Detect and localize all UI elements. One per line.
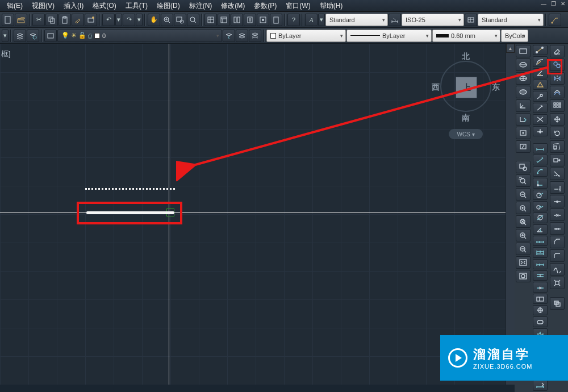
zoom-out-tool[interactable] [516, 243, 531, 255]
view-realistic-button[interactable] [516, 72, 531, 85]
menu-help[interactable]: 帮助(H) [315, 0, 348, 12]
break-point-tool[interactable] [550, 195, 565, 207]
viewcube-top-face[interactable]: 上 [456, 77, 477, 98]
layer-match-button[interactable] [249, 30, 261, 42]
multileader-style-button[interactable] [549, 14, 561, 26]
new-button[interactable] [2, 14, 14, 26]
rotate-tool[interactable] [550, 127, 565, 139]
zoom-in-tool[interactable] [516, 229, 531, 241]
tool-palettes-button[interactable] [231, 14, 243, 26]
zoom-scale-tool[interactable] [516, 188, 531, 201]
extend-tool[interactable] [550, 181, 565, 194]
area-tool[interactable] [533, 80, 548, 90]
properties-button[interactable] [204, 14, 217, 26]
vertical-scrollbar[interactable]: ▲ [506, 44, 515, 385]
scroll-up-button[interactable]: ▲ [506, 44, 515, 53]
layer-filter-button[interactable] [44, 30, 57, 42]
ucs-world-button[interactable] [516, 99, 531, 112]
layer-properties-button[interactable] [14, 30, 26, 42]
move-tool[interactable] [550, 113, 565, 126]
pan-button[interactable]: ✋ [148, 14, 160, 26]
trim-tool[interactable] [550, 168, 565, 180]
menu-format[interactable]: 格式(O) [88, 0, 120, 12]
volume-tool[interactable] [533, 91, 548, 101]
menu-draw[interactable]: 绘图(D) [152, 0, 185, 12]
menu-dimension[interactable]: 标注(N) [185, 0, 217, 12]
match-prop-button[interactable] [72, 14, 84, 26]
zoom-extents-tool[interactable] [516, 270, 531, 282]
dim-radius-tool[interactable] [533, 190, 548, 200]
window-close[interactable]: ✕ [559, 1, 567, 7]
undo-button[interactable]: ↶ [102, 14, 115, 26]
workspace-dropdown[interactable]: ▾ [2, 30, 9, 42]
zoom-realtime-button[interactable] [161, 14, 173, 26]
draworder-tool[interactable] [550, 297, 565, 310]
text-style-dropdown[interactable]: Standard [325, 14, 388, 26]
blend-tool[interactable] [550, 263, 565, 276]
scale-tool[interactable] [550, 140, 565, 153]
id-point-tool[interactable] [533, 126, 548, 136]
layer-isolate-button[interactable] [236, 30, 248, 42]
undo-dropdown[interactable]: ▾ [115, 14, 122, 26]
wcs-dropdown[interactable]: WCS ▾ [449, 129, 483, 139]
zoom-window-button[interactable] [174, 14, 186, 26]
inspect-tool[interactable] [533, 316, 548, 327]
window-minimize[interactable]: — [539, 1, 548, 7]
help-button[interactable]: ? [287, 14, 300, 26]
explode-tool[interactable] [550, 277, 565, 289]
cut-button[interactable]: ✂ [32, 14, 45, 26]
markup-button[interactable] [257, 14, 269, 26]
join-tool[interactable] [550, 222, 565, 235]
plot-style-dropdown[interactable]: ByColo [501, 30, 528, 42]
layer-dropdown[interactable]: 💡 ☀ 🔓 ⎙ 0 [57, 30, 222, 42]
offset-tool[interactable] [550, 86, 565, 98]
color-dropdown[interactable]: ByLayer [266, 30, 346, 42]
open-button[interactable] [15, 14, 27, 26]
dim-style-dropdown[interactable]: ISO-25 [402, 14, 464, 26]
fillet-tool[interactable] [550, 249, 565, 262]
dim-space-tool[interactable] [533, 270, 548, 281]
linetype-dropdown[interactable]: ByLayer [346, 30, 432, 42]
distance-tool[interactable] [533, 45, 548, 55]
viewcube-west[interactable]: 西 [432, 82, 440, 93]
ucs-face-button[interactable] [516, 127, 531, 139]
table-style-button[interactable] [465, 14, 477, 26]
view-2dwireframe-button[interactable] [516, 45, 531, 57]
viewcube-south[interactable]: 南 [437, 113, 494, 123]
angle-tool[interactable] [533, 68, 548, 78]
break-tool[interactable] [550, 208, 565, 221]
menu-modify[interactable]: 修改(M) [216, 0, 249, 12]
copy-button[interactable] [45, 14, 58, 26]
window-restore[interactable]: ❐ [549, 1, 558, 7]
quickcalc-button[interactable] [270, 14, 282, 26]
dim-diameter-tool[interactable] [533, 212, 548, 223]
menu-tools[interactable]: 工具(T) [121, 0, 152, 12]
zoom-all-tool[interactable] [516, 256, 531, 269]
dim-angular-tool[interactable] [533, 224, 548, 235]
quick-dim-tool[interactable] [533, 236, 548, 246]
viewcube-north[interactable]: 北 [437, 52, 494, 62]
dim-style-button[interactable] [389, 14, 401, 26]
view-hidden-button[interactable] [516, 59, 531, 71]
chamfer-tool[interactable] [550, 236, 565, 248]
menu-insert[interactable]: 插入(I) [59, 0, 88, 12]
redo-dropdown[interactable]: ▾ [136, 14, 143, 26]
ucs-object-button[interactable] [516, 140, 531, 153]
zoom-center-tool[interactable] [516, 202, 531, 214]
menu-edit[interactable]: 辑(E) [2, 0, 27, 12]
dim-ordinate-tool[interactable] [533, 178, 548, 188]
radius-tool[interactable] [533, 56, 548, 66]
zoom-dynamic-tool[interactable] [516, 174, 531, 187]
lineweight-dropdown[interactable]: 0.60 mm [432, 30, 500, 42]
zoom-object-tool[interactable] [516, 215, 531, 228]
array-tool[interactable] [550, 99, 565, 112]
table-style-dropdown[interactable]: Standard [478, 14, 544, 26]
center-mark-tool[interactable] [533, 305, 548, 315]
zoom-previous-button[interactable] [187, 14, 199, 26]
menu-parametric[interactable]: 参数(P) [249, 0, 281, 12]
redo-button[interactable]: ↷ [123, 14, 135, 26]
dim-continue-tool[interactable] [533, 259, 548, 269]
zoom-window-tool[interactable] [516, 161, 531, 173]
menu-view[interactable]: 视图(V) [27, 0, 59, 12]
text-style-button[interactable]: A [305, 14, 318, 26]
